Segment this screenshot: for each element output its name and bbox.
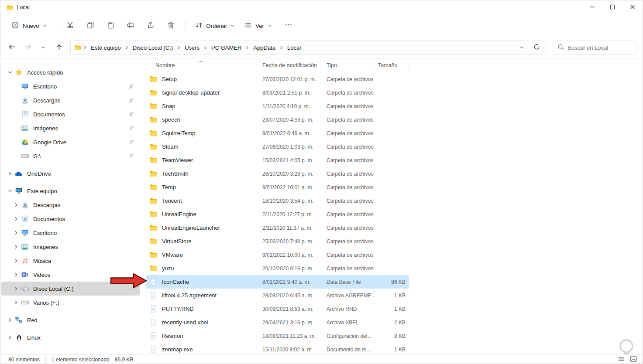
sidebar-item-documentos[interactable]: Documentos [1,212,140,226]
chevron-right-icon[interactable] [13,285,20,292]
sidebar-item-varios-f[interactable]: Varios (F:) [1,296,140,310]
file-row-speech[interactable]: speech23/07/2020 4:59 p. m.Carpeta de ar… [146,113,409,126]
sidebar-item-linux[interactable]: Linux [1,330,140,344]
rename-icon [127,21,135,31]
more-options-button[interactable] [281,18,296,34]
file-row-snap[interactable]: Snap1/11/2020 4:10 p. m.Carpeta de archi… [146,99,409,113]
file-row-techsmith[interactable]: TechSmith26/10/2020 3:23 p. m.Carpeta de… [146,167,409,180]
paste-button[interactable] [101,18,120,34]
sidebar-item-disco-local-c[interactable]: Disco Local (C:) [1,282,140,296]
refresh-button[interactable] [531,42,542,53]
chevron-down-icon [519,44,524,51]
file-row-resmon[interactable]: Resmon18/08/2021 11:23 a. m.Configuració… [146,329,409,343]
chevron-right-icon[interactable] [7,334,14,341]
file-row-yuzu[interactable]: yuzu20/10/2020 6:16 p. m.Carpeta de arch… [146,262,409,275]
chevron-right-icon[interactable] [13,215,20,222]
forward-button[interactable] [20,40,35,55]
column-header-nombre[interactable]: Nombre [146,58,257,72]
file-row-teamviewer[interactable]: TeamViewer15/03/2021 4:05 p. m.Carpeta d… [146,153,409,167]
file-row-signal-desktop-updater[interactable]: signal-desktop-updater8/03/2021 2:51 p. … [146,86,409,99]
file-row-recently-used-xbel[interactable]: recently-used.xbel29/04/2021 3:16 p. m.A… [146,316,409,329]
file-name: Steam [162,143,179,150]
close-button[interactable] [622,0,643,14]
sidebar-item-imagenes[interactable]: Imágenes [1,240,140,254]
breadcrumb-segment[interactable]: Users [182,43,203,53]
pin-icon [128,126,134,131]
chevron-right-icon[interactable] [13,271,20,278]
chevron-right-icon[interactable] [7,170,14,177]
file-row-steam[interactable]: Steam27/06/2020 1:03 p. m.Carpeta de arc… [146,140,409,153]
file-row-setup[interactable]: Setup27/06/2020 12:01 p. m.Carpeta de ar… [146,72,409,86]
breadcrumb-segment[interactable]: Disco Local (C:) [130,43,176,53]
breadcrumb-segment[interactable]: AppData [250,43,279,53]
file-row-vmware[interactable]: VMware9/01/2022 10:00 a. m.Carpeta de ar… [146,248,409,262]
chevron-right-icon[interactable] [13,243,20,250]
search-input[interactable] [567,44,632,51]
titlebar: Local [0,0,643,14]
sidebar-item-este-equipo[interactable]: Este equipo [1,184,140,198]
address-bar[interactable]: Este equipo Disco Local (C:) Users PC GA… [70,41,547,54]
sidebar-item-label: Acceso rápido [27,69,63,76]
file-type: Carpeta de archivos [320,113,374,126]
column-header-fecha[interactable]: Fecha de modificación [257,58,320,72]
sidebar-item-imagenes[interactable]: Imágenes [1,121,140,135]
column-header-tamano[interactable]: Tamaño [374,58,409,72]
breadcrumb-segment[interactable]: Local [284,43,304,53]
sidebar-item-google-drive[interactable]: Google Drive [1,135,140,149]
file-row-putty-rnd[interactable]: PUTTY.RND30/09/2021 8:53 a. m.Archivo RN… [146,302,409,316]
share-button[interactable] [141,18,161,34]
address-dropdown-button[interactable] [516,42,527,53]
chevron-right-icon[interactable] [13,229,20,236]
file-row-temp[interactable]: Temp9/01/2022 10:01 a. m.Carpeta de arch… [146,180,409,194]
breadcrumb-segment[interactable]: Este equipo [88,43,124,53]
more-icon [285,21,292,31]
file-row-tencent[interactable]: Tencent18/10/2020 3:54 p. m.Carpeta de a… [146,194,409,208]
minimize-button[interactable] [582,0,602,14]
sidebar-item-escritorio[interactable]: Escritorio [1,79,140,93]
file-row-llftool-4-25-agreement[interactable]: llftool.4.25.agreement28/08/2020 6:45 a.… [146,289,409,302]
rename-button[interactable] [121,18,141,34]
cut-button[interactable] [61,18,80,34]
chevron-right-icon[interactable] [13,201,20,208]
sidebar-item-descargas[interactable]: Descargas [1,198,140,212]
icons-view-button[interactable] [629,356,638,364]
delete-button[interactable] [162,18,181,34]
sort-button[interactable]: Ordenar [190,18,240,34]
chevron-right-icon[interactable] [7,316,14,323]
file-type: Carpeta de archivos [320,167,374,180]
file-row-unrealengine[interactable]: UnrealEngine2/11/2020 12:27 p. m.Carpeta… [146,208,409,221]
file-name-cell: PUTTY.RND [146,302,257,316]
up-button[interactable] [52,40,66,55]
column-header-tipo[interactable]: Tipo [320,58,374,72]
maximize-button[interactable] [602,0,622,14]
file-row-zenmap-exe[interactable]: zenmap.exe15/11/2020 8:02 a. m.Documento… [146,343,409,354]
back-button[interactable] [4,40,19,55]
chevron-down-icon[interactable] [7,187,14,194]
sidebar-item-acceso-rapido[interactable]: Acceso rápido [1,65,140,79]
chevron-right-icon[interactable] [13,257,20,264]
breadcrumb-segment[interactable]: PC GAMER [208,43,244,53]
history-dropdown-button[interactable] [36,40,51,55]
details-view-button[interactable] [616,356,626,364]
sidebar-item-videos[interactable]: Videos [1,268,140,282]
copy-button[interactable] [81,18,100,34]
sidebar-item-descargas[interactable]: Descargas [1,93,140,107]
file-row-squirreltemp[interactable]: SquirrelTemp9/01/2022 6:46 a. m.Carpeta … [146,126,409,140]
sidebar-item-escritorio[interactable]: Escritorio [1,226,140,240]
new-button[interactable]: Nuevo [7,18,52,34]
file-row-virtualstore[interactable]: VirtualStore25/06/2020 7:48 p. m.Carpeta… [146,235,409,248]
file-row-iconcache[interactable]: IconCache8/01/2022 9:40 a. m.Data Base F… [146,275,409,289]
sidebar-item-red[interactable]: Red [1,313,140,327]
file-icon [149,278,158,286]
file-name: TechSmith [162,170,189,177]
file-row-unrealenginelauncher[interactable]: UnrealEngineLauncher2/11/2020 11:37 a. m… [146,221,409,235]
chevron-down-icon[interactable] [7,69,14,76]
chevron-right-icon[interactable] [13,299,20,306]
sidebar-item-g[interactable]: G:\ [1,149,140,163]
view-button[interactable]: Ver [239,18,276,34]
file-date: 18/08/2021 11:23 a. m. [257,329,320,343]
sidebar-item-documentos[interactable]: Documentos [1,107,140,121]
file-size: 86 KB [374,275,409,289]
sidebar-item-musica[interactable]: Música [1,254,140,268]
sidebar-item-onedrive[interactable]: OneDrive [1,167,140,180]
